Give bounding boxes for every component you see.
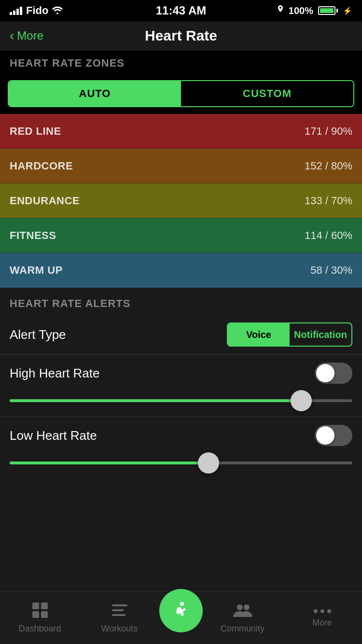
zones-toggle-row: AUTO CUSTOM [0, 74, 362, 114]
zone-hardcore[interactable]: HARDCORE 152 / 80% [0, 149, 362, 183]
high-heart-rate-knob [316, 364, 334, 382]
signal-icon [10, 7, 22, 15]
low-heart-rate-slider-row [0, 454, 362, 479]
alerts-section-header: HEART RATE ALERTS [0, 288, 362, 315]
tab-dashboard-label: Dashboard [18, 624, 61, 634]
custom-toggle-button[interactable]: CUSTOM [181, 81, 353, 106]
alerts-section-label: HEART RATE ALERTS [10, 297, 130, 309]
svg-rect-6 [112, 609, 124, 611]
tab-community-label: Community [221, 624, 265, 634]
low-heart-rate-row: Low Heart Rate [0, 417, 362, 454]
tab-activity[interactable] [159, 603, 203, 632]
low-heart-rate-slider-fill [10, 462, 209, 464]
zones-section-header: HEART RATE ZONES [0, 50, 362, 74]
location-icon [277, 5, 284, 16]
zone-fitness-label: FITNESS [10, 229, 56, 242]
page-title: Heart Rate [145, 28, 217, 44]
battery-icon [318, 6, 338, 15]
zone-red-line-value: 171 / 90% [305, 125, 352, 138]
low-heart-rate-slider-track[interactable] [10, 462, 352, 464]
zone-hardcore-value: 152 / 80% [305, 160, 352, 172]
workouts-icon [111, 602, 128, 621]
back-button[interactable]: ‹ More [10, 28, 43, 43]
high-heart-rate-label: High Heart Rate [10, 366, 99, 381]
status-right: 100% ⚡ [277, 5, 352, 16]
zones-toggle[interactable]: AUTO CUSTOM [8, 80, 354, 107]
status-left: Fido [10, 4, 63, 17]
zone-fitness-value: 114 / 60% [305, 229, 352, 242]
alert-type-label: Alert Type [10, 327, 66, 342]
time-display: 11:43 AM [156, 4, 206, 17]
zone-endurance-label: ENDURANCE [10, 195, 80, 207]
activity-center-button[interactable] [159, 589, 203, 632]
wifi-icon [52, 4, 63, 17]
status-bar: Fido 11:43 AM 100% ⚡ [0, 0, 362, 21]
svg-rect-5 [112, 604, 127, 606]
svg-rect-1 [32, 602, 39, 609]
tab-workouts[interactable]: Workouts [80, 602, 159, 634]
tab-community[interactable]: Community [203, 602, 282, 634]
zone-endurance[interactable]: ENDURANCE 133 / 70% [0, 183, 362, 218]
chevron-left-icon: ‹ [10, 28, 14, 43]
auto-toggle-button[interactable]: AUTO [9, 81, 181, 106]
low-heart-rate-label: Low Heart Rate [10, 428, 97, 443]
alert-type-toggle[interactable]: Voice Notification [227, 322, 352, 347]
notification-alert-button[interactable]: Notification [290, 323, 351, 346]
svg-rect-2 [41, 602, 48, 609]
zones-section-label: HEART RATE ZONES [10, 57, 125, 69]
zone-red-line-label: RED LINE [10, 125, 61, 138]
activity-icon [171, 601, 191, 620]
zone-endurance-value: 133 / 70% [305, 195, 352, 207]
carrier-label: Fido [26, 4, 48, 17]
svg-point-10 [244, 604, 250, 610]
high-heart-rate-slider-thumb[interactable] [291, 390, 312, 411]
svg-rect-4 [41, 611, 48, 618]
svg-point-8 [180, 602, 184, 606]
alert-type-row: Alert Type Voice Notification [0, 315, 362, 355]
battery-percent: 100% [289, 5, 313, 16]
svg-rect-7 [112, 614, 125, 616]
tab-bar: Dashboard Workouts [0, 591, 362, 644]
zone-warm-up-value: 58 / 30% [310, 264, 352, 277]
more-icon [314, 607, 331, 615]
tab-dashboard[interactable]: Dashboard [0, 602, 80, 634]
high-heart-rate-slider-row [0, 392, 362, 417]
zone-red-line[interactable]: RED LINE 171 / 90% [0, 114, 362, 149]
zone-warm-up-label: WARM UP [10, 264, 63, 277]
nav-bar: ‹ More Heart Rate [0, 21, 362, 50]
zone-hardcore-label: HARDCORE [10, 160, 73, 172]
low-heart-rate-slider-thumb[interactable] [198, 452, 219, 474]
lightning-icon: ⚡ [343, 6, 352, 15]
dashboard-icon [31, 602, 49, 621]
back-label: More [17, 29, 43, 42]
low-heart-rate-knob [316, 426, 334, 445]
tab-workouts-label: Workouts [101, 624, 138, 634]
high-heart-rate-toggle[interactable] [315, 363, 352, 384]
low-heart-rate-toggle[interactable] [315, 425, 352, 446]
svg-point-9 [237, 604, 243, 610]
tab-more[interactable]: More [282, 607, 362, 628]
high-heart-rate-slider-track[interactable] [10, 399, 352, 402]
high-heart-rate-row: High Heart Rate [0, 355, 362, 392]
voice-alert-button[interactable]: Voice [228, 323, 290, 346]
community-icon [233, 602, 252, 621]
svg-rect-3 [32, 611, 39, 618]
svg-point-0 [56, 13, 58, 14]
zone-warm-up[interactable]: WARM UP 58 / 30% [0, 253, 362, 288]
high-heart-rate-slider-fill [10, 399, 301, 402]
zone-fitness[interactable]: FITNESS 114 / 60% [0, 218, 362, 253]
tab-more-label: More [312, 618, 332, 628]
